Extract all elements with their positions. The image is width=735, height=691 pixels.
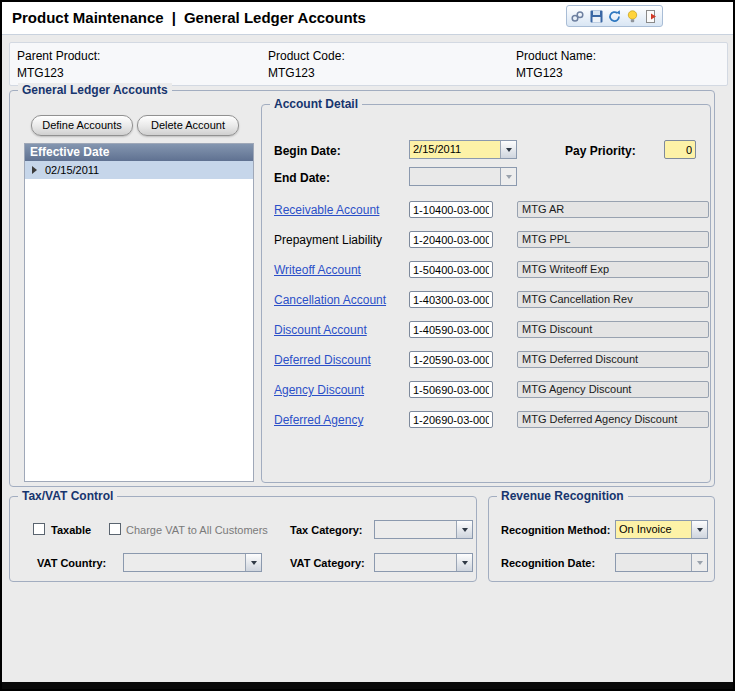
save-icon[interactable] (589, 9, 604, 24)
taxable-label: Taxable (51, 524, 91, 536)
tax-category-dropdown-button[interactable] (456, 521, 472, 538)
chevron-down-icon (697, 528, 703, 532)
chevron-down-icon (251, 561, 257, 565)
effective-date-column-header[interactable]: Effective Date (25, 144, 253, 161)
product-code-label: Product Code: (268, 49, 345, 63)
taxable-checkbox[interactable] (33, 523, 45, 535)
writeoff-account-name-field: MTG Writeoff Exp (517, 261, 709, 278)
effective-date-list: Effective Date 02/15/2011 (24, 143, 254, 482)
expand-arrow-icon[interactable] (32, 166, 37, 174)
product-code-value: MTG123 (268, 66, 345, 80)
vat-category-label: VAT Category: (290, 557, 365, 569)
account-row-discount: Discount Account MTG Discount (262, 321, 710, 340)
chevron-down-icon (697, 561, 703, 565)
page-title: Product Maintenance|General Ledger Accou… (12, 9, 366, 26)
gl-accounts-legend: General Ledger Accounts (18, 83, 172, 97)
revenue-recognition-legend: Revenue Recognition (497, 489, 628, 503)
cancellation-account-name-field: MTG Cancellation Rev (517, 291, 709, 308)
delete-account-button[interactable]: Delete Account (137, 115, 239, 136)
account-row-deferred-discount: Deferred Discount MTG Deferred Discount (262, 351, 710, 370)
tax-vat-legend: Tax/VAT Control (18, 489, 117, 503)
deferred-agency-name-field: MTG Deferred Agency Discount (517, 411, 709, 428)
charge-vat-label: Charge VAT to All Customers (126, 524, 268, 536)
account-row-deferred-agency: Deferred Agency MTG Deferred Agency Disc… (262, 411, 710, 430)
product-name-field: Product Name: MTG123 (516, 49, 596, 80)
agency-discount-name-field: MTG Agency Discount (517, 381, 709, 398)
begin-date-label: Begin Date: (274, 144, 341, 158)
writeoff-account-link[interactable]: Writeoff Account (274, 262, 361, 279)
lightbulb-icon[interactable] (625, 9, 640, 24)
product-name-value: MTG123 (516, 66, 596, 80)
exit-icon[interactable] (644, 9, 659, 24)
end-date-dropdown-button (500, 168, 516, 185)
chevron-down-icon (506, 175, 512, 179)
parent-product-value: MTG123 (17, 66, 100, 80)
header-bar: Product Maintenance|General Ledger Accou… (2, 2, 733, 35)
agency-discount-link[interactable]: Agency Discount (274, 382, 364, 399)
product-info-panel: Parent Product: MTG123 Product Code: MTG… (9, 42, 728, 86)
vat-country-dropdown-button[interactable] (245, 554, 261, 571)
deferred-discount-number-input[interactable] (409, 351, 493, 368)
deferred-agency-link[interactable]: Deferred Agency (274, 412, 363, 429)
product-code-field: Product Code: MTG123 (268, 49, 345, 80)
cancellation-account-link[interactable]: Cancellation Account (274, 292, 386, 309)
pay-priority-input[interactable] (664, 140, 696, 159)
discount-account-number-input[interactable] (409, 321, 493, 338)
effective-date-row[interactable]: 02/15/2011 (25, 161, 253, 179)
bottom-bar (2, 682, 733, 689)
begin-date-value: 2/15/2011 (410, 141, 500, 158)
discount-account-name-field: MTG Discount (517, 321, 709, 338)
title-separator: | (172, 9, 176, 26)
toolbar (566, 5, 663, 27)
page-title-main: Product Maintenance (12, 9, 164, 26)
recognition-date-dropdown-button (691, 554, 707, 571)
account-row-cancellation: Cancellation Account MTG Cancellation Re… (262, 291, 710, 310)
pay-priority-label: Pay Priority: (565, 144, 636, 158)
account-detail-legend: Account Detail (270, 97, 362, 111)
deferred-discount-link[interactable]: Deferred Discount (274, 352, 371, 369)
writeoff-account-number-input[interactable] (409, 261, 493, 278)
begin-date-dropdown-button[interactable] (500, 141, 516, 158)
parent-product-label: Parent Product: (17, 49, 100, 63)
account-row-agency-discount: Agency Discount MTG Agency Discount (262, 381, 710, 400)
prepayment-liability-number-input[interactable] (409, 231, 493, 248)
define-accounts-button[interactable]: Define Accounts (31, 115, 133, 136)
charge-vat-checkbox[interactable] (109, 523, 121, 535)
prepayment-liability-label: Prepayment Liability (274, 232, 382, 249)
product-maintenance-window: Product Maintenance|General Ledger Accou… (0, 0, 735, 691)
account-detail-group: Account Detail Begin Date: 2/15/2011 Pay… (261, 104, 711, 483)
vat-country-value (124, 554, 245, 571)
prepayment-liability-name-field: MTG PPL (517, 231, 709, 248)
refresh-icon[interactable] (607, 9, 622, 24)
deferred-agency-number-input[interactable] (409, 411, 493, 428)
tax-category-label: Tax Category: (290, 524, 363, 536)
link-icon[interactable] (570, 9, 585, 24)
account-row-writeoff: Writeoff Account MTG Writeoff Exp (262, 261, 710, 280)
tax-vat-group: Tax/VAT Control Taxable Charge VAT to Al… (9, 496, 477, 582)
account-row-prepayment: Prepayment Liability MTG PPL (262, 231, 710, 250)
recognition-date-value (616, 554, 691, 571)
vat-country-combo[interactable] (123, 553, 262, 572)
end-date-label: End Date: (274, 171, 330, 185)
recognition-method-dropdown-button[interactable] (691, 521, 707, 538)
receivable-account-number-input[interactable] (409, 201, 493, 218)
receivable-account-name-field: MTG AR (517, 201, 709, 218)
parent-product-field: Parent Product: MTG123 (17, 49, 100, 80)
effective-date-value: 02/15/2011 (45, 164, 99, 176)
cancellation-account-number-input[interactable] (409, 291, 493, 308)
vat-category-dropdown-button[interactable] (456, 554, 472, 571)
gl-accounts-group: General Ledger Accounts Define Accounts … (9, 90, 715, 487)
end-date-combo (409, 167, 517, 186)
discount-account-link[interactable]: Discount Account (274, 322, 367, 339)
account-row-receivable: Receivable Account MTG AR (262, 201, 710, 220)
chevron-down-icon (462, 528, 468, 532)
recognition-method-combo[interactable]: On Invoice (615, 520, 708, 539)
chevron-down-icon (462, 561, 468, 565)
deferred-discount-name-field: MTG Deferred Discount (517, 351, 709, 368)
begin-date-combo[interactable]: 2/15/2011 (409, 140, 517, 159)
agency-discount-number-input[interactable] (409, 381, 493, 398)
receivable-account-link[interactable]: Receivable Account (274, 202, 379, 219)
tax-category-combo[interactable] (374, 520, 473, 539)
vat-category-combo[interactable] (374, 553, 473, 572)
chevron-down-icon (506, 148, 512, 152)
